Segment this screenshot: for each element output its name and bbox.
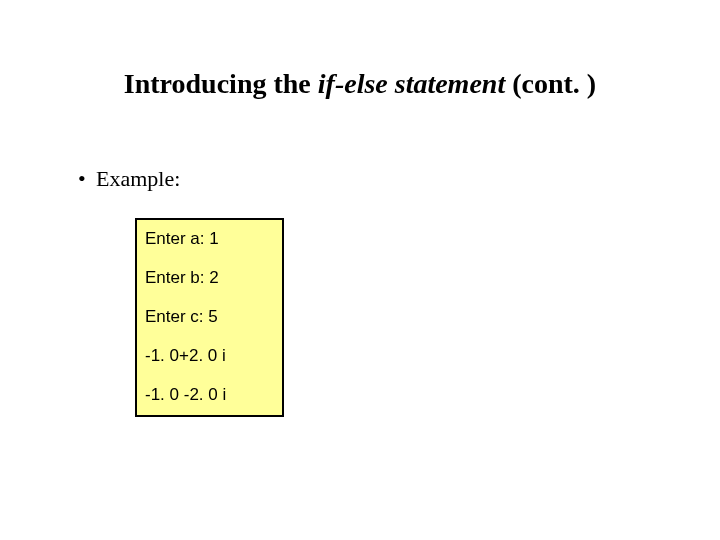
code-gap [145, 364, 274, 386]
code-line: Enter b: 2 [145, 269, 274, 286]
title-emphasis: if-else statement [318, 68, 505, 99]
code-line: Enter c: 5 [145, 308, 274, 325]
code-gap [145, 286, 274, 308]
slide-title: Introducing the if-else statement (cont.… [0, 68, 720, 100]
code-line: -1. 0 -2. 0 i [145, 386, 274, 403]
slide: Introducing the if-else statement (cont.… [0, 0, 720, 540]
bullet-marker: • [78, 166, 96, 192]
bullet-text: Example: [96, 166, 180, 191]
code-output-box: Enter a: 1 Enter b: 2 Enter c: 5 -1. 0+2… [135, 218, 284, 417]
code-gap [145, 247, 274, 269]
title-suffix: (cont. ) [505, 68, 596, 99]
code-line: -1. 0+2. 0 i [145, 347, 274, 364]
code-gap [145, 325, 274, 347]
code-line: Enter a: 1 [145, 230, 274, 247]
title-prefix: Introducing the [124, 68, 318, 99]
bullet-example: •Example: [78, 166, 180, 192]
